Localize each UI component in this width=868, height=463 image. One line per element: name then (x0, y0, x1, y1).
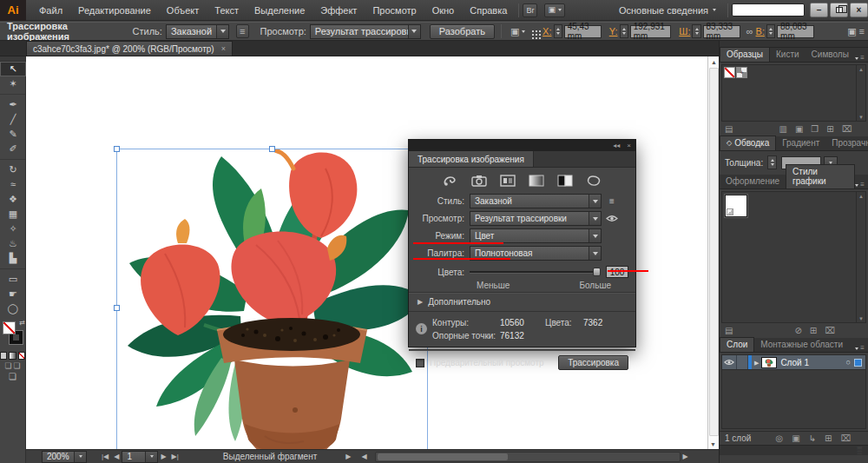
visibility-toggle[interactable] (722, 355, 737, 369)
trace-style-dropdown[interactable]: Заказной (470, 194, 602, 208)
menu-select[interactable]: Выделение (247, 0, 312, 21)
free-transform-tool[interactable]: ❖ (0, 192, 26, 207)
draw-normal-icon[interactable]: ❏ (4, 362, 11, 370)
layer-target-icon[interactable]: ○ (846, 359, 851, 367)
swatch-kinds-icon[interactable]: ▥ (779, 125, 786, 134)
new-swatch-icon[interactable]: ⊞ (826, 125, 833, 134)
slider-handle[interactable] (593, 268, 601, 276)
draw-behind-icon[interactable]: ❏ (14, 362, 21, 370)
width-tool[interactable]: ≈ (0, 177, 26, 192)
graphic-style-default[interactable] (725, 195, 747, 217)
scroll-down-icon[interactable]: ▼ (707, 439, 719, 449)
new-group-icon[interactable]: ❒ (811, 125, 819, 134)
styles-scrollbar[interactable]: ▴ ▾ (856, 192, 865, 322)
minimize-button[interactable]: – (810, 3, 828, 17)
advanced-expander[interactable]: ▶ Дополнительно (409, 292, 635, 312)
swap-fill-stroke-icon[interactable]: ⇄ (19, 320, 25, 327)
scrollbar-thumb[interactable] (378, 453, 508, 460)
gradient-button[interactable] (9, 352, 16, 360)
expand-button[interactable]: Разобрать (430, 24, 495, 39)
horizontal-scrollbar[interactable] (375, 452, 681, 462)
menu-window[interactable]: Окно (424, 0, 463, 21)
preset-black-white-icon[interactable] (556, 174, 574, 187)
image-trace-tab[interactable]: Трассировка изображения (409, 151, 534, 167)
graphic-styles-list[interactable]: ▴ ▾ (721, 191, 866, 323)
trace-panel-toggle-icon[interactable]: ≡ (236, 24, 248, 38)
eye-icon[interactable] (602, 215, 622, 222)
preset-auto-color-icon[interactable] (442, 174, 459, 187)
pen-tool[interactable]: ✒ (0, 97, 26, 112)
vertical-scrollbar[interactable]: ▲ ▼ (707, 56, 719, 449)
y-stepper[interactable] (620, 24, 628, 38)
new-layer-icon[interactable]: ⊞ (825, 434, 832, 443)
magic-wand-tool[interactable]: ✶ (0, 76, 26, 91)
transform-icon[interactable]: ▣ (847, 26, 856, 37)
menu-edit[interactable]: Редактирование (70, 0, 159, 21)
menu-object[interactable]: Объект (159, 0, 207, 21)
swatch-options-icon[interactable]: ▣ (795, 125, 803, 134)
preset-high-color-icon[interactable] (470, 174, 488, 187)
selected-image[interactable] (117, 149, 427, 463)
fill-swatch[interactable] (3, 321, 16, 334)
bridge-button[interactable]: Br (523, 3, 537, 17)
x-value[interactable]: 45,43 mm (564, 25, 602, 38)
style-libraries-icon[interactable]: ▤ (725, 327, 733, 335)
artboard-tool[interactable]: ▭ (0, 272, 26, 287)
menu-view[interactable]: Просмотр (365, 0, 424, 21)
tab-gradient[interactable]: Градиент (776, 136, 825, 150)
close-panel-icon[interactable]: × (627, 142, 631, 149)
menu-type[interactable]: Текст (207, 0, 247, 21)
y-value[interactable]: 192,931 mm (630, 25, 672, 38)
selection-handle[interactable] (114, 146, 120, 152)
selection-tool[interactable]: ↖ (0, 62, 26, 76)
height-value[interactable]: 88,083 mm (777, 25, 814, 38)
panel-menu-icon[interactable]: ≡ (855, 55, 868, 62)
screen-mode-icon[interactable]: ❏ (9, 373, 16, 381)
layer-selection-indicator[interactable] (854, 359, 862, 367)
next-artboard-icon[interactable]: ▶ (158, 453, 168, 460)
style-dropdown[interactable]: Заказной (166, 24, 229, 39)
status-menu-icon[interactable]: ▶ (343, 453, 353, 460)
tab-brushes[interactable]: Кисти (770, 48, 806, 62)
swatches-scrollbar[interactable]: ▴ ▾ (856, 65, 865, 121)
new-style-icon[interactable]: ⊞ (810, 327, 817, 335)
tab-symbols[interactable]: Символы (806, 48, 855, 62)
collapse-panel-icon[interactable]: ◂◂ (613, 142, 620, 149)
panel-drag-bar[interactable]: ◂◂ × (409, 140, 635, 151)
close-button[interactable]: × (850, 3, 868, 17)
trace-view-dropdown[interactable]: Результат трассировки (470, 211, 602, 226)
locate-object-icon[interactable]: ◎ (775, 434, 783, 443)
control-panel-menu-icon[interactable]: ≡ (859, 26, 865, 36)
preset-low-color-icon[interactable] (499, 174, 516, 187)
tab-stroke[interactable]: ◇ Обводка (720, 136, 776, 150)
arrange-documents-icon[interactable]: ▣ (544, 3, 565, 17)
preset-grayscale-icon[interactable] (528, 174, 545, 187)
tab-swatches[interactable]: Образцы (720, 47, 770, 62)
x-stepper[interactable] (554, 24, 562, 38)
tab-graphic-styles[interactable]: Стили графики (786, 164, 855, 189)
mesh-tool[interactable]: ▦ (0, 207, 26, 222)
panel-menu-icon[interactable]: ≡ (855, 345, 868, 352)
line-tool[interactable]: ╱ (0, 112, 26, 127)
width-stepper[interactable] (692, 24, 700, 38)
scroll-up-icon[interactable]: ▴ (859, 66, 863, 72)
presets-icon[interactable]: ▣ (510, 26, 519, 37)
colors-value[interactable]: 100 (606, 266, 628, 278)
new-sublayer-icon[interactable]: ↳ (809, 434, 816, 443)
none-button[interactable] (18, 352, 25, 360)
tab-artboards[interactable]: Монтажные области (754, 338, 849, 352)
preset-outline-icon[interactable] (585, 174, 602, 187)
symbol-sprayer-tool[interactable]: ♨ (0, 236, 26, 251)
scrollbar-thumb[interactable] (709, 68, 719, 436)
swatch-none[interactable] (724, 67, 735, 78)
menu-help[interactable]: Справка (462, 0, 515, 21)
graph-tool[interactable]: ▙ (0, 251, 26, 266)
fill-stroke-control[interactable]: ⇄ (0, 320, 26, 349)
tab-transparency[interactable]: Прозрачность (825, 136, 868, 150)
trace-mode-dropdown[interactable]: Цвет (470, 228, 602, 243)
restore-button[interactable] (830, 3, 848, 17)
zoom-level-dropdown[interactable]: 200% (42, 451, 87, 463)
scroll-down-icon[interactable]: ▾ (859, 114, 863, 120)
panel-menu-icon[interactable]: ≡ (855, 182, 868, 189)
preview-checkbox[interactable] (416, 359, 424, 367)
